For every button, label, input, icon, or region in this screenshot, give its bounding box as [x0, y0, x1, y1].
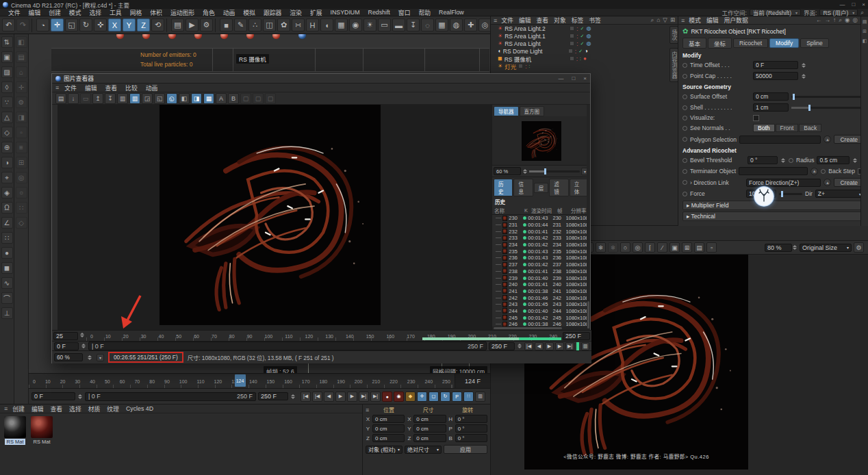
create-direction-button[interactable]: Create — [834, 178, 864, 187]
pick-icon[interactable]: ▲ — [824, 179, 831, 186]
symmetry-icon[interactable]: ◫ — [263, 18, 276, 31]
history-row[interactable]: 232 00:01:41 232 1080x1080 — [492, 228, 590, 235]
menu-item[interactable]: 模拟 — [239, 8, 259, 17]
key-rotation-button[interactable]: ↻ — [440, 391, 450, 402]
dots-icon[interactable]: ∷ — [1, 232, 13, 244]
snapshot2-icon[interactable]: ❄ — [608, 242, 618, 253]
menu-item[interactable]: 编辑 — [25, 8, 45, 17]
render-size-dropdown[interactable]: Original Size▾ — [800, 244, 852, 252]
rs-dome-light-icon[interactable] — [298, 34, 306, 39]
pv-menu-item[interactable]: 查看 — [101, 84, 121, 92]
size-field[interactable]: 0 cm — [413, 434, 446, 442]
redo-icon[interactable]: ↷ — [16, 18, 29, 31]
edges-mode-icon[interactable]: △ — [1, 112, 13, 123]
pv-step-field[interactable]: 25 — [53, 332, 78, 340]
maximize-button[interactable]: □ — [572, 75, 575, 81]
stepper[interactable] — [291, 392, 296, 400]
goto-prev-key-button[interactable]: |◀ — [312, 391, 322, 402]
pv-next-frame-button[interactable]: ▶ — [555, 342, 564, 350]
object-row[interactable]: ☀ RS Area Light.2 : ✓ ◍ — [491, 25, 678, 32]
menu-item[interactable]: 帮助 — [414, 8, 435, 17]
force-slider[interactable] — [779, 193, 802, 195]
workplane-icon[interactable]: ◊ — [1, 81, 13, 93]
key-pla-button[interactable]: ∷ — [463, 391, 474, 402]
time-offset-field[interactable]: 0 F — [753, 61, 798, 69]
attr-tab[interactable]: Ricochet — [733, 38, 768, 48]
measure-icon[interactable]: ∠ — [1, 217, 13, 229]
layer-swatch[interactable] — [570, 34, 574, 38]
enabled-check-icon[interactable]: ✓ — [578, 49, 583, 54]
search-icon[interactable]: ⌕ — [650, 16, 654, 24]
rs-light-icon[interactable] — [116, 34, 124, 39]
surface-offset-field[interactable]: 0 cm — [753, 92, 789, 101]
rs-light-icon[interactable] — [272, 34, 280, 39]
spline-icon[interactable]: H — [306, 18, 319, 31]
pv-goto-start-button[interactable]: |◀ — [524, 342, 533, 350]
menu-item[interactable]: 选择 — [85, 8, 105, 17]
tag-icon[interactable]: ▭ — [378, 18, 391, 31]
object-row[interactable]: ◼ RS 摄像机 : : ● — [491, 55, 678, 62]
separator[interactable] — [215, 18, 218, 32]
circle-icon[interactable]: ◎ — [16, 172, 27, 183]
deformer-icon[interactable]: ◖ — [320, 18, 333, 31]
box-icon[interactable]: ▫ — [16, 127, 27, 138]
mograph-icon[interactable]: ✿ — [277, 18, 290, 31]
layer-swatch[interactable] — [570, 26, 574, 31]
bracket-icon[interactable]: ⌈ — [645, 242, 655, 253]
object-tag-icon[interactable]: ◑ — [585, 48, 588, 54]
enabled-check-icon[interactable]: : — [529, 64, 531, 68]
attr-tab[interactable]: Spline — [800, 38, 829, 48]
menu-item[interactable]: 模式 — [65, 8, 86, 17]
pv-ruler[interactable]: 0102030405060708090100110120130140150160… — [86, 331, 561, 341]
stepper[interactable] — [518, 342, 522, 350]
dir-dropdown[interactable]: Z+▾ — [815, 190, 864, 198]
last-tool-icon[interactable]: ✜ — [94, 18, 107, 31]
film-view-icon[interactable]: ◵ — [166, 93, 177, 104]
download-icon[interactable]: ↧ — [105, 93, 116, 104]
workspace-dropdown[interactable]: 当前 (Redshift)▾ — [750, 9, 801, 16]
points-mode-icon[interactable]: ∵ — [1, 97, 13, 108]
history-row[interactable]: 245 00:01:42 245 1080x1080 — [492, 314, 590, 321]
material-menu-item[interactable]: 材质 — [85, 405, 104, 413]
pv-titlebar[interactable]: 图片查看器 —□× — [52, 74, 590, 84]
position-field[interactable]: 0 cm — [372, 424, 405, 433]
om-menu-item[interactable]: 查看 — [533, 16, 551, 25]
gear-icon[interactable]: ⚙ — [16, 97, 27, 108]
current-frame-box[interactable]: 124 F — [455, 374, 490, 388]
timeline-playhead[interactable]: 124 — [235, 374, 246, 387]
range-start-field[interactable]: 0 F — [31, 392, 75, 400]
history-row[interactable]: 244 00:01:40 244 1080x1080 — [492, 308, 590, 315]
target-icon[interactable]: ◎ — [852, 16, 857, 24]
burger-icon[interactable]: ≡ — [55, 84, 59, 91]
goto-start-button[interactable]: |◀ — [301, 391, 311, 402]
visibility-dots[interactable]: : — [525, 63, 526, 70]
floor-icon[interactable]: ▬ — [392, 18, 405, 31]
om-menu-item[interactable]: 文件 — [498, 16, 516, 25]
layer-swatch[interactable] — [568, 49, 573, 53]
material-menu-item[interactable]: 创建 — [9, 405, 28, 413]
anim-dot[interactable] — [821, 169, 826, 174]
point-cap-field[interactable]: 50000 — [753, 72, 798, 80]
record-button[interactable]: ● — [382, 391, 392, 402]
pv-panel-tab[interactable]: 历史 — [494, 179, 513, 196]
pv-goto-end-button[interactable]: ▶| — [565, 342, 574, 350]
material-menu-item[interactable]: 查看 — [47, 405, 66, 413]
separator[interactable] — [31, 18, 34, 32]
undo-icon[interactable]: ↶ — [2, 18, 15, 31]
autokey-button[interactable]: ◉ — [394, 391, 404, 402]
menu-item[interactable]: 动画 — [219, 8, 240, 17]
enabled-check-icon[interactable]: ✓ — [580, 26, 585, 31]
camera-icon[interactable]: ◉ — [349, 18, 362, 31]
history-row[interactable]: 243 00:01:45 243 1080x1080 — [492, 301, 590, 308]
rs-light-icon[interactable] — [246, 34, 254, 39]
timeline-options-button[interactable]: ▥ — [475, 391, 485, 402]
object-tag-icon[interactable]: ● — [583, 55, 587, 62]
menu-item[interactable]: 运动图形 — [166, 8, 199, 17]
dual-view-icon[interactable]: ◱ — [154, 93, 165, 104]
copy-icon[interactable]: ▫ — [706, 242, 717, 253]
anim-dot[interactable] — [682, 74, 687, 79]
pv-zoom-field[interactable]: 60 % — [494, 167, 521, 175]
surface-offset-slider[interactable] — [791, 96, 864, 98]
pv-range-slider[interactable]: | 0 F250 F — [88, 342, 487, 350]
menu-item[interactable]: 窗口 — [394, 8, 415, 17]
